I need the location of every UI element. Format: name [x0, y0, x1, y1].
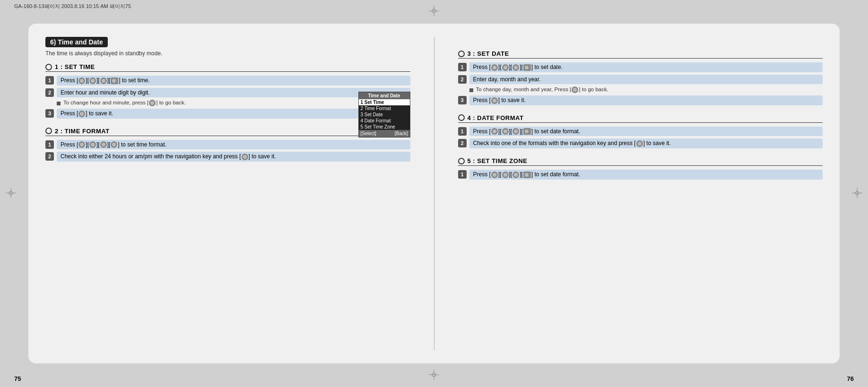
btn-icon	[502, 64, 509, 71]
main-title-badge: 6) Time and Date	[45, 37, 410, 50]
set-date-title: 3 : SET DATE	[468, 50, 509, 57]
time-format-title: 2 : TIME FORMAT	[55, 128, 110, 135]
btn-icon	[512, 172, 519, 178]
page-number-left: 75	[14, 375, 21, 382]
set-time-zone-circle	[458, 158, 465, 164]
step-sd3-content: Press [] to save it.	[469, 95, 823, 105]
crosshair-bottom	[429, 370, 439, 381]
set-date-step3: 3 Press [] to save it.	[458, 95, 823, 105]
step-sd2-content: Enter day, month and year.	[469, 75, 823, 84]
time-format-header: 2 : TIME FORMAT	[45, 128, 410, 136]
set-time-zone-header: 5 : SET TIME ZONE	[458, 157, 823, 166]
note-text: To change hour and minute, press [] to g…	[63, 100, 186, 106]
btn-icon	[78, 111, 85, 117]
section-set-date: 3 : SET DATE 1 Press [][][][] to set dat…	[458, 50, 823, 108]
time-format-step1: 1 Press [][][][] to set time format.	[45, 140, 410, 150]
set-time-note: To change hour and minute, press [] to g…	[57, 100, 410, 106]
step-num-1: 1	[45, 76, 54, 85]
menu-item-1: 2 Time Format	[359, 105, 410, 112]
note-bullet	[469, 88, 473, 92]
btn-icon	[242, 154, 248, 160]
btn-icon	[523, 172, 531, 178]
step-df1-content: Press [][][][] to set date format.	[469, 127, 823, 137]
set-time-zone-step1: 1 Press [][][][] to set date format.	[458, 170, 823, 180]
page-number-right: 76	[847, 375, 854, 382]
section-set-time: 1 : SET TIME 1 Press [][][][] to set tim…	[45, 63, 410, 121]
set-date-step2: 2 Enter day, month and year.	[458, 75, 823, 84]
btn-icon	[491, 97, 498, 104]
btn-icon	[149, 100, 156, 106]
btn-icon	[502, 128, 509, 135]
step-num-3: 3	[45, 109, 54, 118]
btn-icon	[491, 172, 498, 178]
step-num-df2: 2	[458, 139, 467, 147]
right-column: 3 : SET DATE 1 Press [][][][] to set dat…	[458, 37, 823, 350]
date-format-step2: 2 Check into one of the formats with the…	[458, 138, 823, 148]
btn-icon	[636, 140, 643, 147]
date-format-circle	[458, 114, 465, 121]
btn-icon	[78, 77, 85, 84]
time-format-circle	[45, 128, 52, 134]
step1-content: Press [][][][] to set time.	[57, 76, 410, 86]
btn-icon	[89, 77, 96, 84]
step-stz1-content: Press [][][][] to set date format.	[469, 170, 823, 180]
page-header: GA-160-8-13페이지 2003.8.16 10:15 AM 페이지75	[14, 3, 131, 10]
section-set-time-zone: 5 : SET TIME ZONE 1 Press [][][][] to se…	[458, 157, 823, 182]
set-date-circle	[458, 51, 465, 57]
btn-icon	[89, 141, 96, 148]
btn-icon	[523, 128, 531, 135]
set-date-step1: 1 Press [][][][] to set date.	[458, 62, 823, 72]
step-df2-content: Check into one of the formats with the n…	[469, 138, 823, 148]
section-time-format: 2 : TIME FORMAT 1 Press [][][][] to set …	[45, 128, 410, 164]
step-tf2-content: Check into either 24 hours or am/pm with…	[57, 152, 410, 162]
step2-content: Enter hour and minute digit by digit.	[57, 88, 410, 97]
main-content: 6) Time and Date The time is always disp…	[28, 24, 840, 363]
set-time-step2: 2 Enter hour and minute digit by digit.	[45, 88, 410, 97]
crosshair-top	[429, 6, 439, 17]
step-num-tf2: 2	[45, 152, 54, 161]
btn-icon	[502, 172, 509, 178]
set-time-circle	[45, 64, 52, 70]
btn-icon	[512, 64, 519, 71]
step-num-sd3: 3	[458, 96, 467, 104]
btn-icon	[111, 77, 118, 84]
btn-icon	[78, 141, 85, 148]
step-tf1-content: Press [][][][] to set time format.	[57, 140, 410, 150]
menu-box: Time and Date 1 Set Time 2 Time Format 3…	[358, 92, 410, 138]
step-num-df1: 1	[458, 127, 467, 136]
menu-footer: [Select] [Back]	[359, 130, 410, 137]
step-num-sd1: 1	[458, 63, 467, 71]
btn-icon	[512, 128, 519, 135]
set-time-step3: 3 Press [] to save it.	[45, 109, 410, 119]
subtitle: The time is always displayed in standby …	[45, 50, 410, 57]
step3-content: Press [] to save it.	[57, 109, 410, 119]
set-date-header: 3 : SET DATE	[458, 50, 823, 59]
menu-title: Time and Date	[359, 92, 410, 99]
set-time-zone-title: 5 : SET TIME ZONE	[468, 157, 528, 164]
menu-item-2: 3 Set Date	[359, 112, 410, 118]
set-time-title: 1 : SET TIME	[55, 63, 95, 70]
note-text-sd: To change day, month and year, Press [] …	[476, 86, 608, 93]
step-num-sd2: 2	[458, 75, 467, 84]
crosshair-right	[852, 188, 862, 199]
note-bullet	[57, 102, 61, 105]
set-date-note: To change day, month and year, Press [] …	[469, 86, 823, 93]
btn-icon	[572, 86, 578, 93]
btn-icon	[491, 128, 498, 135]
date-format-step1: 1 Press [][][][] to set date format.	[458, 127, 823, 137]
step-num-tf1: 1	[45, 140, 54, 149]
menu-item-3: 4 Date Format	[359, 118, 410, 124]
set-time-header: 1 : SET TIME	[45, 63, 410, 72]
section-date-format: 4 : DATE FORMAT 1 Press [][][][] to set …	[458, 114, 823, 151]
date-format-header: 4 : DATE FORMAT	[458, 114, 823, 123]
btn-icon	[523, 64, 531, 71]
btn-icon	[100, 77, 107, 84]
btn-icon	[111, 141, 117, 148]
date-format-title: 4 : DATE FORMAT	[468, 114, 524, 121]
menu-item-0: 1 Set Time	[359, 99, 410, 105]
btn-icon	[100, 141, 107, 148]
menu-item-4: 5 Set Time Zone	[359, 124, 410, 130]
crosshair-left	[6, 188, 16, 199]
step-num-2: 2	[45, 88, 54, 97]
column-divider	[434, 37, 434, 350]
